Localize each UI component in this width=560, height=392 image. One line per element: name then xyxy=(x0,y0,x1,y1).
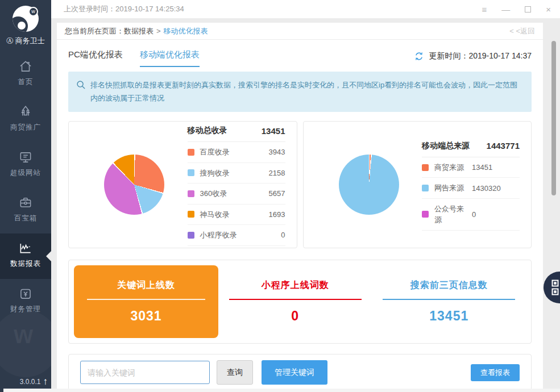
sidebar: w Ⓐ 商务卫士 首页 商贸推广 超级网站 xyxy=(0,0,51,392)
legend-item: 网告来源1430320 xyxy=(422,178,520,199)
sidebar-item-promotion[interactable]: 商贸推广 xyxy=(0,97,51,143)
promotion-icon xyxy=(18,105,33,119)
home-icon xyxy=(18,59,33,74)
legend-value: 0 xyxy=(281,231,285,239)
sidebar-item-label: 超级网站 xyxy=(0,168,51,178)
breadcrumb-section: 数据报表 xyxy=(124,26,154,36)
stat-keywords-online: 关键词上线数 3031 xyxy=(74,265,218,338)
toolbox-icon xyxy=(18,195,33,210)
chart-card-mobile-source: 移动端总来源 1443771 商贸来源13451网告来源1430320公众号来源… xyxy=(303,121,532,248)
qr-code-float-button[interactable] xyxy=(544,272,560,303)
stats-card: 关键词上线数 3031 小程序上线词数 0 搜索前三页信息数 13451 xyxy=(68,260,532,344)
minimize-icon[interactable]: — xyxy=(501,5,510,14)
legend-item: 360收录5657 xyxy=(188,184,285,205)
legend-item: 百度收录3943 xyxy=(188,142,285,163)
stat-miniprogram-words: 小程序上线词数 0 xyxy=(218,265,372,338)
stat-top3-pages-info: 搜索前三页信息数 13451 xyxy=(372,265,526,338)
legend-label: 百度收录 xyxy=(200,147,266,158)
legend-value: 3943 xyxy=(269,148,285,156)
close-icon[interactable]: × xyxy=(546,5,551,14)
shield-watermark: w xyxy=(0,310,51,377)
shield-badge-icon: Ⓐ xyxy=(6,37,13,45)
legend-value: 0 xyxy=(472,210,476,219)
legend-label: 神马收录 xyxy=(200,209,266,220)
upgrade-arrow-icon: ↑ xyxy=(43,377,48,386)
legend-value: 2158 xyxy=(269,169,285,177)
last-login-time: 上次登录时间：2019-10-17 14:25:34 xyxy=(64,4,184,14)
legend-label: 小程序收录 xyxy=(200,230,278,241)
pie-chart xyxy=(339,155,399,215)
website-icon xyxy=(18,150,33,165)
stat-divider xyxy=(87,299,205,300)
chart-card-mobile-index: 移动总收录 13451 百度收录3943搜狗收录2158360收录5657神马收… xyxy=(68,121,297,248)
legend-label: 网告来源 xyxy=(434,182,468,194)
version-indicator[interactable]: 3.0.0.1 ↑ xyxy=(20,377,48,386)
update-time-row: 更新时间：2019-10-17 14:37 xyxy=(414,51,532,67)
stat-value: 3031 xyxy=(130,308,161,324)
stat-divider xyxy=(383,299,515,300)
window-controls: ≡ — × xyxy=(482,5,551,14)
stat-value: 13451 xyxy=(429,308,468,324)
keyword-input[interactable] xyxy=(80,361,210,384)
sidebar-item-home[interactable]: 首页 xyxy=(0,52,51,97)
stat-label: 小程序上线词数 xyxy=(262,280,329,291)
sidebar-item-label: 首页 xyxy=(0,77,51,87)
notice-banner: 排名快照抓取的是报表更新时刻的真实数据，搜索引擎的排名是实时变化的，且不同地区i… xyxy=(68,72,532,112)
app-logo: w Ⓐ 商务卫士 xyxy=(0,0,51,46)
sidebar-item-label: 商贸推广 xyxy=(0,123,51,132)
window-bottom-edge xyxy=(3,389,560,392)
logo-letter-badge: w xyxy=(28,7,38,16)
legend-item: 小程序收录0 xyxy=(188,225,285,246)
legend-swatch xyxy=(422,164,429,171)
legend-label: 搜狗收录 xyxy=(200,168,266,179)
stat-label: 关键词上线数 xyxy=(117,280,175,291)
legend-header: 移动总收录 13451 xyxy=(188,123,285,142)
legend-swatch xyxy=(188,149,194,156)
qr-code-icon xyxy=(551,279,560,296)
query-button[interactable]: 查询 xyxy=(217,360,253,385)
breadcrumb: 您当前所在页面：数据报表 > 移动优化报表 < <返回 xyxy=(57,23,543,40)
pie-chart xyxy=(104,155,164,215)
sidebar-nav: 首页 商贸推广 超级网站 百宝箱 xyxy=(0,52,51,324)
legend-label: 公众号来源 xyxy=(434,203,468,226)
sidebar-item-website[interactable]: 超级网站 xyxy=(0,143,51,188)
legend-swatch xyxy=(188,211,194,218)
legend-value: 1693 xyxy=(269,210,285,219)
finance-icon xyxy=(18,286,33,301)
breadcrumb-current[interactable]: 移动优化报表 xyxy=(164,26,208,36)
legend-swatch xyxy=(188,190,194,197)
view-report-button[interactable]: 查看报表 xyxy=(471,364,520,381)
stat-label: 搜索前三页信息数 xyxy=(410,280,488,291)
report-icon xyxy=(18,241,33,256)
notice-text: 排名快照抓取的是报表更新时刻的真实数据，搜索引擎的排名是实时变化的，且不同地区i… xyxy=(90,78,521,105)
main-panel: 您当前所在页面：数据报表 > 移动优化报表 < <返回 PC端优化报表 移动端优… xyxy=(57,23,543,389)
breadcrumb-separator: > xyxy=(156,27,161,35)
legend-item: 公众号来源0 xyxy=(422,199,520,231)
keyword-toolbar: 查询 管理关键词 查看报表 xyxy=(68,354,532,391)
breadcrumb-prefix: 您当前所在页面： xyxy=(65,26,124,36)
sidebar-item-label: 数据报表 xyxy=(0,259,51,269)
sidebar-item-reports[interactable]: 数据报表 xyxy=(0,233,51,279)
manage-keywords-button[interactable]: 管理关键词 xyxy=(262,360,327,385)
tab-pc-report[interactable]: PC端优化报表 xyxy=(68,49,123,67)
refresh-icon[interactable] xyxy=(414,51,424,61)
legend-header: 移动端总来源 1443771 xyxy=(422,139,520,157)
legend-swatch xyxy=(422,185,429,191)
legend-item: 商贸来源13451 xyxy=(422,157,520,178)
menu-icon[interactable]: ≡ xyxy=(482,5,487,14)
tab-mobile-report[interactable]: 移动端优化报表 xyxy=(140,49,200,67)
legend-item: 搜狗收录2158 xyxy=(188,163,285,184)
legend-value: 1430320 xyxy=(472,184,501,193)
version-label: 3.0.0.1 xyxy=(20,378,41,386)
vertical-scrollbar-thumb[interactable] xyxy=(551,41,556,195)
maximize-icon[interactable] xyxy=(525,6,531,12)
back-link[interactable]: < <返回 xyxy=(509,26,535,36)
chart-title: 移动端总来源 xyxy=(422,141,470,151)
legend-value: 13451 xyxy=(472,163,492,172)
legend: 移动总收录 13451 百度收录3943搜狗收录2158360收录5657神马收… xyxy=(188,123,285,246)
legend-swatch xyxy=(422,211,429,218)
chart-total: 1443771 xyxy=(487,141,520,151)
sidebar-item-toolbox[interactable]: 百宝箱 xyxy=(0,188,51,233)
update-time-label: 更新时间：2019-10-17 14:37 xyxy=(429,51,532,61)
chart-title: 移动总收录 xyxy=(188,126,227,136)
